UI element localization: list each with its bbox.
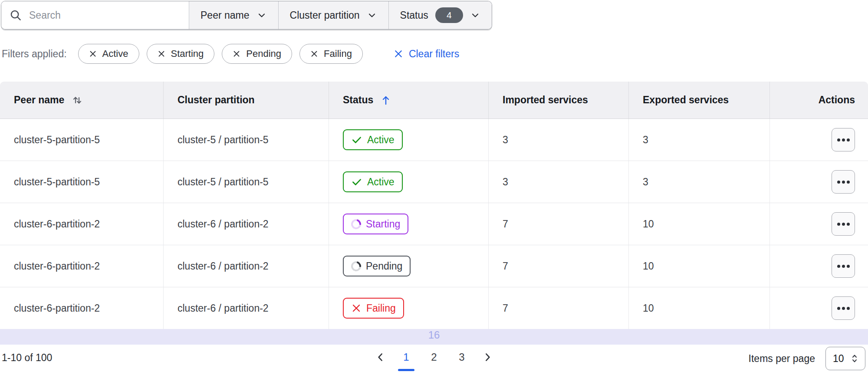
results-range-label: 1-10 of 100 [2, 352, 52, 364]
cluster-partition-filter-label: Cluster partition [290, 10, 360, 21]
sort-ascending-icon [380, 94, 392, 106]
cell-imported-services: 3 [488, 161, 628, 203]
status-badge-label: Starting [366, 218, 400, 230]
filter-chip-label: Pending [246, 48, 281, 59]
cell-peer-name: cluster-6-partition-2 [0, 245, 163, 287]
remove-filter-icon [158, 50, 165, 58]
filter-chip-active[interactable]: Active [78, 44, 139, 64]
filter-chip-failing[interactable]: Failing [299, 44, 363, 64]
cell-exported-services: 3 [628, 161, 769, 203]
cell-exported-services: 10 [628, 245, 769, 287]
cell-actions [769, 203, 868, 245]
cell-actions [769, 119, 868, 161]
peer-name-filter-dropdown[interactable]: Peer name [189, 1, 278, 29]
row-actions-menu-button[interactable] [832, 296, 855, 320]
row-actions-menu-button[interactable] [832, 254, 855, 278]
cell-exported-services: 10 [628, 287, 769, 329]
cell-actions [769, 245, 868, 287]
cell-status: Active [329, 161, 488, 203]
peer-name-filter-label: Peer name [201, 10, 250, 21]
status-filter-dropdown[interactable]: Status 4 [388, 1, 492, 29]
spinner-icon [349, 259, 363, 273]
filters-applied-label: Filters applied: [2, 48, 67, 60]
status-badge: Active [343, 129, 403, 150]
cell-peer-name: cluster-5-partition-5 [0, 161, 163, 203]
clear-filters-label: Clear filters [409, 48, 459, 60]
cell-actions [769, 161, 868, 203]
items-per-page-value: 10 [833, 353, 844, 365]
cell-cluster-partition: cluster-6 / partition-2 [163, 287, 329, 329]
table-row: cluster-6-partition-2 cluster-6 / partit… [0, 245, 868, 287]
filter-toolbar: Peer name Cluster partition Status 4 [1, 1, 492, 30]
table-row: cluster-5-partition-5 cluster-5 / partit… [0, 119, 868, 161]
status-badge-label: Active [367, 176, 395, 188]
cell-peer-name: cluster-6-partition-2 [0, 203, 163, 245]
cell-status: Pending [329, 245, 488, 287]
remove-filter-icon [233, 50, 240, 58]
row-actions-menu-button[interactable] [832, 128, 855, 151]
status-badge-label: Pending [366, 260, 402, 272]
remove-filter-icon [89, 50, 97, 58]
items-per-page-select[interactable]: 10 [825, 347, 865, 370]
x-icon [351, 303, 362, 313]
cell-cluster-partition: cluster-5 / partition-5 [163, 119, 329, 161]
table-row: cluster-5-partition-5 cluster-5 / partit… [0, 161, 868, 203]
page-button-3[interactable]: 3 [448, 347, 476, 368]
status-badge-label: Failing [366, 303, 396, 314]
column-header-label: Actions [819, 94, 855, 106]
ellipsis-icon [837, 307, 840, 310]
filter-chip-label: Active [102, 48, 128, 59]
page-button-2[interactable]: 2 [420, 347, 448, 368]
column-header-label: Exported services [643, 94, 729, 106]
cell-status: Starting [329, 203, 488, 245]
page-button-1[interactable]: 1 [392, 347, 420, 368]
cell-actions [769, 287, 868, 329]
cell-status: Active [329, 119, 488, 161]
unfold-more-icon [849, 353, 860, 364]
cell-imported-services: 7 [488, 287, 628, 329]
cell-cluster-partition: cluster-6 / partition-2 [163, 203, 329, 245]
peers-table-page: Peer name Cluster partition Status 4 Fil… [0, 0, 868, 375]
cluster-partition-filter-dropdown[interactable]: Cluster partition [278, 1, 388, 29]
row-actions-menu-button[interactable] [832, 170, 855, 194]
ellipsis-icon [837, 181, 840, 184]
filter-chip-pending[interactable]: Pending [222, 44, 292, 64]
chevron-down-icon [367, 10, 377, 20]
column-header-status[interactable]: Status [329, 82, 488, 118]
column-header-actions: Actions [769, 82, 868, 118]
chevron-left-icon [375, 352, 386, 363]
status-badge: Starting [343, 214, 408, 234]
status-badge: Active [343, 171, 403, 192]
column-header-label: Imported services [503, 94, 588, 106]
chevron-down-icon [470, 10, 480, 20]
column-header-cluster-partition[interactable]: Cluster partition [163, 82, 329, 118]
status-filter-label: Status [400, 10, 428, 21]
cell-cluster-partition: cluster-6 / partition-2 [163, 245, 329, 287]
chevron-down-icon [256, 10, 267, 20]
status-badge: Pending [343, 256, 411, 276]
column-header-imported-services[interactable]: Imported services [488, 82, 628, 118]
pagination-bar: 1-10 of 100 1 2 3 Items per page 10 [0, 342, 868, 375]
chevron-right-icon [482, 352, 493, 363]
filter-chip-starting[interactable]: Starting [147, 44, 215, 64]
cell-peer-name: cluster-6-partition-2 [0, 287, 163, 329]
applied-filters-row: Filters applied: Active Starting Pending… [2, 44, 462, 64]
previous-page-button[interactable] [369, 347, 392, 367]
cell-imported-services: 7 [488, 245, 628, 287]
cell-exported-services: 10 [628, 203, 769, 245]
page-navigation: 1 2 3 [369, 347, 499, 368]
column-header-exported-services[interactable]: Exported services [628, 82, 769, 118]
status-badge: Failing [343, 298, 404, 319]
cell-peer-name: cluster-5-partition-5 [0, 119, 163, 161]
spinner-icon [349, 217, 363, 231]
row-actions-menu-button[interactable] [832, 212, 855, 236]
table-header-row: Peer name Cluster partition Status Impor… [0, 82, 868, 119]
search-input[interactable] [28, 9, 160, 22]
search-box[interactable] [1, 1, 189, 29]
column-header-peer-name[interactable]: Peer name [0, 82, 163, 118]
sort-both-icon [71, 94, 84, 107]
ellipsis-icon [837, 138, 840, 141]
search-icon [9, 9, 22, 22]
next-page-button[interactable] [476, 347, 499, 367]
clear-filters-button[interactable]: Clear filters [391, 48, 462, 60]
